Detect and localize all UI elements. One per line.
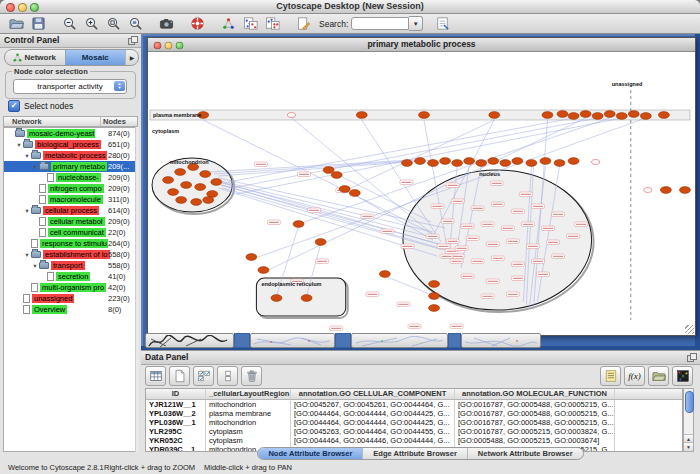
network-edge[interactable]	[232, 118, 597, 188]
open-session-button[interactable]	[6, 15, 26, 32]
network-edge[interactable]	[214, 160, 423, 174]
network-edge[interactable]	[210, 160, 411, 172]
network-node[interactable]	[176, 197, 187, 204]
show-table-button[interactable]	[145, 366, 166, 386]
tab-node-attribute-browser[interactable]: Node Attribute Browser	[258, 448, 362, 459]
network-node[interactable]	[418, 112, 429, 119]
network-node[interactable]	[679, 187, 690, 194]
merge-networks-button[interactable]	[240, 15, 260, 32]
tree-row[interactable]: ▼primary metabo209(...	[4, 161, 137, 172]
network-node[interactable]	[500, 160, 511, 167]
network-node[interactable]	[200, 171, 211, 178]
network-node[interactable]	[476, 160, 487, 167]
expander-icon[interactable]: ▼	[15, 142, 23, 148]
network-node[interactable]	[168, 189, 179, 196]
network-node[interactable]	[331, 172, 342, 179]
network-node[interactable]	[580, 111, 591, 118]
network-node[interactable]	[175, 169, 186, 176]
network-node[interactable]	[181, 182, 192, 189]
network-node[interactable]	[452, 160, 463, 167]
network-node[interactable]	[554, 160, 565, 167]
compare-networks-button[interactable]	[262, 15, 282, 32]
delete-attribute-button[interactable]	[241, 366, 262, 386]
tree-scrollbar[interactable]	[135, 127, 139, 452]
network-node[interactable]	[195, 184, 206, 191]
tree-row[interactable]: secretion41(0)	[4, 271, 137, 282]
expander-icon[interactable]: ▼	[23, 153, 31, 159]
tab-network[interactable]: Network	[5, 50, 65, 65]
tree-row[interactable]: response to stimulu264(0)	[4, 238, 137, 249]
tree-row[interactable]: ▼establishment of lo558(0)	[4, 249, 137, 260]
network-node[interactable]	[339, 186, 350, 193]
node-color-dropdown[interactable]: transporter activity ▲▼	[13, 79, 127, 94]
snapshot-button[interactable]	[156, 15, 176, 32]
network-edge[interactable]	[333, 172, 431, 222]
save-session-button[interactable]	[28, 15, 48, 32]
network-node[interactable]	[258, 267, 269, 274]
network-node[interactable]	[628, 111, 639, 118]
network-node[interactable]	[429, 293, 440, 300]
network-node[interactable]	[429, 305, 440, 312]
network-canvas-svg[interactable]: plasma membranecytoplasmmitochondrionnuc…	[148, 52, 695, 335]
tab-mosaic[interactable]: Mosaic	[65, 50, 126, 65]
float-panel-icon[interactable]	[128, 36, 137, 45]
minimized-window-4[interactable]	[461, 333, 541, 348]
network-node[interactable]	[349, 190, 360, 197]
network-node[interactable]	[163, 177, 174, 184]
network-node[interactable]	[356, 112, 367, 119]
select-nodes-checkbox[interactable]: ✓	[8, 100, 20, 112]
network-node[interactable]	[488, 158, 499, 165]
annotation-button[interactable]	[293, 15, 313, 32]
tab-edge-attribute-browser[interactable]: Edge Attribute Browser	[362, 448, 466, 459]
network-node[interactable]	[293, 221, 304, 228]
expander-icon[interactable]: ▼	[31, 263, 39, 269]
vizmapper-button[interactable]	[218, 15, 238, 32]
column-header[interactable]: _cellularLayoutRegion	[206, 389, 291, 399]
select-nodes-row[interactable]: ✓ Select nodes	[8, 100, 73, 112]
tree-row[interactable]: ▼cellular process614(0)	[4, 205, 137, 216]
column-header[interactable]: annotation.GO MOLECULAR_FUNCTION	[455, 389, 615, 399]
network-node[interactable]	[323, 167, 334, 174]
expander-icon[interactable]: ▼	[31, 164, 39, 170]
expander-icon[interactable]: ▼	[23, 252, 31, 258]
network-node[interactable]	[616, 113, 627, 120]
search-dropdown-button[interactable]: ▼	[409, 16, 423, 31]
network-node[interactable]	[414, 158, 425, 165]
tree-row[interactable]: ▼transport558(0)	[4, 260, 137, 271]
matrix-view-button[interactable]	[672, 366, 693, 386]
table-row[interactable]: YKR052Ccytoplasm[GO:0044464, GO:0044446,…	[146, 436, 682, 445]
network-node[interactable]	[379, 271, 390, 278]
resize-grip[interactable]	[685, 325, 694, 334]
network-node[interactable]	[489, 112, 500, 119]
network-node[interactable]	[660, 187, 671, 194]
search-input[interactable]	[351, 17, 409, 30]
tree-row[interactable]: nucleobase-209(0)	[4, 172, 137, 183]
column-header[interactable]: ID	[146, 389, 206, 399]
scrollbar-thumb[interactable]	[685, 391, 694, 413]
tree-row[interactable]: Overview8(0)	[4, 304, 137, 315]
column-header[interactable]: annotation.GO CELLULAR_COMPONENT	[291, 389, 455, 399]
table-row[interactable]: YPL036W__1mitochondrion[GO:0044464, GO:0…	[146, 418, 682, 427]
tree-row[interactable]: multi-organism pro42(0)	[4, 282, 137, 293]
network-node[interactable]	[526, 160, 537, 167]
network-node[interactable]	[211, 179, 222, 186]
network-node[interactable]	[428, 160, 439, 167]
network-node-small[interactable]	[644, 188, 652, 193]
tree-row[interactable]: unassigned223(0)	[4, 293, 137, 304]
network-canvas[interactable]: plasma membranecytoplasmmitochondrionnuc…	[148, 52, 695, 335]
network-node[interactable]	[604, 111, 615, 118]
select-attributes-button[interactable]	[193, 366, 214, 386]
table-row[interactable]: YJR121W__1mitochondrion[GO:0045267, GO:0…	[146, 400, 682, 409]
column-header[interactable]	[615, 389, 682, 399]
table-row[interactable]: YLR295Ccytoplasm[GO:0045263, GO:0044464,…	[146, 427, 682, 436]
network-node[interactable]	[592, 113, 603, 120]
network-node[interactable]	[315, 239, 326, 246]
network-node-small[interactable]	[592, 160, 600, 165]
function-builder-button[interactable]: f(x)	[624, 366, 645, 386]
network-node[interactable]	[246, 254, 257, 261]
attribute-list-button[interactable]	[600, 366, 621, 386]
new-attribute-button[interactable]	[169, 366, 190, 386]
minimized-window-3[interactable]	[351, 333, 448, 348]
tree-row[interactable]: ▼biological_process651(0)	[4, 139, 137, 150]
network-node[interactable]	[640, 113, 651, 120]
